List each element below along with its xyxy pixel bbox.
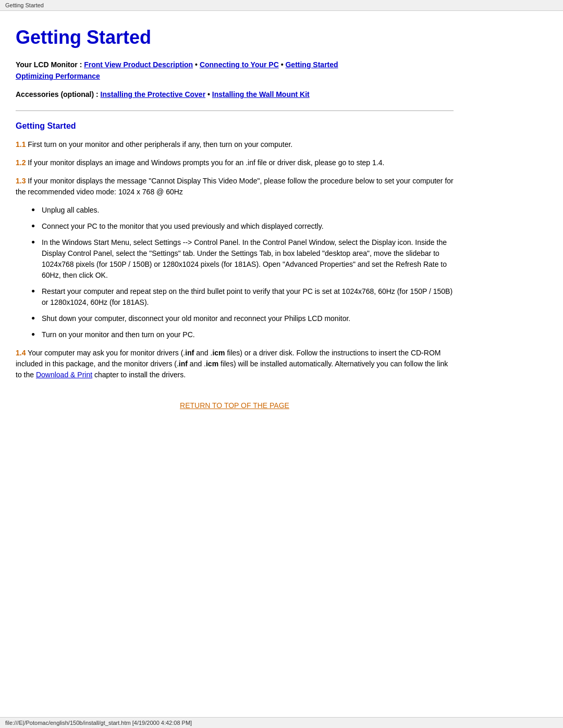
step-num-1-4: 1.4 (16, 349, 26, 357)
nav-line: Your LCD Monitor : Front View Product De… (16, 59, 454, 82)
nav-separator: : (80, 60, 84, 69)
bullet-item: Shut down your computer, disconnect your… (31, 313, 454, 324)
step-num-1-1: 1.1 (16, 140, 26, 149)
bullet-item: Restart your computer and repeat step on… (31, 286, 454, 308)
step-text-1-2: If your monitor displays an image and Wi… (28, 158, 384, 167)
link-getting-started-nav[interactable]: Getting Started (285, 60, 338, 69)
link-front-view[interactable]: Front View Product Description (84, 60, 193, 69)
your-lcd-monitor-label: Your LCD Monitor (16, 60, 78, 69)
return-to-top-link[interactable]: RETURN TO TOP OF THE PAGE (180, 401, 289, 410)
divider (16, 110, 454, 111)
link-optimizing[interactable]: Optimizing Performance (16, 72, 100, 80)
bullet-item: Turn on your monitor and then turn on yo… (31, 329, 454, 340)
step-1-4: 1.4 Your computer may ask you for monito… (16, 348, 454, 380)
step-1-2: 1.2 If your monitor displays an image an… (16, 157, 454, 168)
bullet-item: Unplug all cables. (31, 205, 454, 216)
link-wall-mount[interactable]: Installing the Wall Mount Kit (212, 90, 310, 98)
accessories-label: Accessories (optional) (16, 90, 94, 98)
step-1-1: 1.1 First turn on your monitor and other… (16, 139, 454, 150)
bullet-sep-1: • (195, 60, 200, 69)
step-text-1-3: If your monitor displays the message "Ca… (16, 177, 454, 196)
section-title: Getting Started (16, 121, 454, 131)
inf-bold-2: inf (179, 360, 188, 368)
bullet-item: In the Windows Start Menu, select Settin… (31, 237, 454, 281)
step-num-1-3: 1.3 (16, 177, 26, 185)
step-text-1-4-before: Your computer may ask you for monitor dr… (16, 349, 448, 379)
bullet-sep-3: • (207, 90, 212, 98)
tab-label: Getting Started (5, 2, 44, 8)
inf-bold-1: inf (185, 349, 194, 357)
step-1-3-intro: 1.3 If your monitor displays the message… (16, 176, 454, 198)
return-to-top-container: RETURN TO TOP OF THE PAGE (16, 401, 454, 410)
step-num-1-2: 1.2 (16, 158, 26, 167)
link-protective-cover[interactable]: Installing the Protective Cover (101, 90, 206, 98)
icm-bold-2: icm (206, 360, 218, 368)
icm-bold-1: icm (212, 349, 225, 357)
bullet-list-1-3: Unplug all cables. Connect your PC to th… (31, 205, 454, 340)
link-download-print[interactable]: Download & Print (36, 371, 92, 379)
bullet-item: Connect your PC to the monitor that you … (31, 221, 454, 232)
browser-tab: Getting Started (0, 0, 563, 11)
page-title: Getting Started (16, 27, 454, 48)
page-content: Getting Started Your LCD Monitor : Front… (0, 11, 469, 441)
link-connecting[interactable]: Connecting to Your PC (200, 60, 279, 69)
acc-separator: : (96, 90, 101, 98)
step-text-1-1: First turn on your monitor and other per… (28, 140, 292, 149)
accessories-line: Accessories (optional) : Installing the … (16, 89, 454, 100)
